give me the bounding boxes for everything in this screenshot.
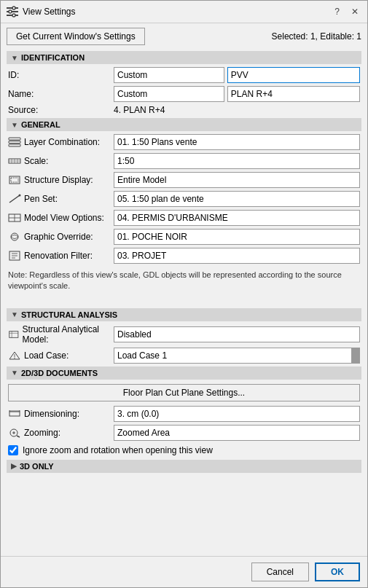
pen-set-icon — [8, 194, 21, 204]
zooming-label: Zooming: — [8, 428, 114, 438]
id-row: ID: Custom — [7, 67, 361, 83]
name-label-text: Name: — [8, 89, 34, 99]
section-documents-header: ▼ 2D/3D DOCUMENTS — [7, 366, 361, 380]
structural-collapse-arrow[interactable]: ▼ — [11, 310, 18, 318]
model-view-options-icon — [8, 213, 21, 223]
scale-label-text: Scale: — [24, 156, 48, 166]
documents-title: 2D/3D DOCUMENTS — [21, 369, 98, 377]
load-case-icon — [8, 350, 21, 361]
floor-plan-cut-plane-button[interactable]: Floor Plan Cut Plane Settings... — [8, 384, 360, 401]
renovation-filter-row: Renovation Filter: 03. PROJET — [7, 248, 361, 264]
svg-rect-15 — [11, 178, 18, 182]
structure-display-label: Structure Display: — [8, 175, 114, 185]
dimensioning-select[interactable]: 3. cm (0.0) — [114, 406, 360, 422]
renovation-filter-icon — [8, 251, 21, 261]
identification-collapse-arrow[interactable]: ▼ — [11, 54, 18, 62]
general-title: GENERAL — [21, 120, 60, 129]
floor-plan-row: Floor Plan Cut Plane Settings... — [7, 383, 361, 406]
general-collapse-arrow[interactable]: ▼ — [11, 121, 18, 129]
svg-line-16 — [9, 195, 20, 203]
layer-combination-icon — [8, 137, 21, 147]
renovation-filter-label: Renovation Filter: — [8, 251, 114, 261]
id-label: ID: — [8, 70, 114, 80]
layer-combination-select[interactable]: 01. 1:50 Plans vente — [114, 134, 360, 150]
section-3d-only-header: ▶ 3D ONLY — [7, 460, 361, 473]
renovation-filter-select[interactable]: 03. PROJET — [114, 248, 360, 264]
section-structural-header: ▼ STRUCTURAL ANALYSIS — [7, 308, 361, 321]
top-bar: Get Current Window's Settings Selected: … — [7, 28, 361, 45]
scale-control: 1:50 — [114, 153, 360, 169]
help-button[interactable]: ? — [332, 5, 342, 18]
dimensioning-label: Dimensioning: — [8, 409, 114, 419]
selected-info: Selected: 1, Editable: 1 — [272, 31, 361, 42]
section-identification-header: ▼ IDENTIFICATION — [7, 51, 361, 64]
zooming-select[interactable]: Zoomed Area — [114, 425, 360, 441]
section-general-header: ▼ GENERAL — [7, 118, 361, 131]
model-view-options-label: Model View Options: — [8, 213, 114, 223]
graphic-override-label: Graphic Override: — [8, 232, 114, 242]
structural-title: STRUCTURAL ANALYSIS — [21, 310, 117, 319]
pen-set-select[interactable]: 05. 1:50 plan de vente — [114, 191, 360, 207]
graphic-override-control: 01. POCHE NOIR — [114, 229, 360, 245]
layer-combination-row: Layer Combination: 01. 1:50 Plans vente — [7, 134, 361, 150]
dimensioning-label-text: Dimensioning: — [24, 409, 79, 419]
graphic-override-select[interactable]: 01. POCHE NOIR — [114, 229, 360, 245]
structure-display-select[interactable]: Entire Model — [114, 172, 360, 188]
zooming-control: Zoomed Area — [114, 425, 360, 441]
graphic-override-icon — [8, 232, 21, 242]
structural-analytical-model-control: Disabled — [114, 326, 360, 342]
model-view-options-control: 04. PERMIS D'URBANISME — [114, 210, 360, 226]
main-content: Get Current Window's Settings Selected: … — [1, 23, 367, 556]
structural-analytical-model-select[interactable]: Disabled — [114, 326, 360, 342]
name-input-wrapper — [227, 86, 360, 102]
svg-point-5 — [12, 14, 15, 17]
titlebar: View Settings ? ✕ — [1, 1, 367, 23]
renovation-filter-label-text: Renovation Filter: — [24, 251, 93, 261]
svg-point-21 — [11, 233, 18, 240]
3d-only-collapse-arrow[interactable]: ▶ — [11, 462, 17, 470]
svg-rect-6 — [9, 138, 20, 140]
name-row: Name: Custom — [7, 86, 361, 102]
id-controls: Custom — [114, 67, 360, 83]
name-controls: Custom — [114, 86, 360, 102]
ignore-zoom-row: Ignore zoom and rotation when opening th… — [7, 444, 361, 457]
dimensioning-row: Dimensioning: 3. cm (0.0) — [7, 406, 361, 422]
load-case-row: Load Case: Load Case 1 — [7, 348, 361, 364]
name-input[interactable] — [227, 86, 360, 102]
renovation-filter-control: 03. PROJET — [114, 248, 360, 264]
ok-button[interactable]: OK — [315, 562, 360, 581]
load-case-select[interactable]: Load Case 1 — [114, 348, 360, 364]
id-input[interactable] — [227, 67, 360, 83]
structural-analytical-model-label-text: Structural Analytical Model: — [23, 324, 114, 345]
svg-rect-7 — [9, 141, 20, 144]
svg-rect-8 — [9, 144, 20, 146]
name-dropdown[interactable]: Custom — [114, 86, 224, 102]
get-current-button[interactable]: Get Current Window's Settings — [7, 28, 145, 45]
window-title: View Settings — [23, 7, 76, 17]
general-note: Note: Regardless of this view's scale, G… — [7, 267, 361, 295]
ignore-zoom-checkbox[interactable] — [8, 445, 18, 455]
layer-combination-label-text: Layer Combination: — [24, 137, 100, 147]
svg-point-17 — [19, 195, 21, 197]
cancel-button[interactable]: Cancel — [251, 562, 309, 581]
layer-combination-label: Layer Combination: — [8, 137, 114, 147]
source-row: Source: 4. PLAN R+4 — [7, 105, 361, 115]
model-view-options-row: Model View Options: 04. PERMIS D'URBANIS… — [7, 210, 361, 226]
settings-icon — [7, 6, 18, 17]
structure-display-icon — [8, 175, 21, 185]
close-button[interactable]: ✕ — [348, 5, 361, 18]
graphic-override-label-text: Graphic Override: — [24, 232, 93, 242]
scale-row: Scale: 1:50 — [7, 153, 361, 169]
documents-collapse-arrow[interactable]: ▼ — [11, 369, 18, 377]
source-value: 4. PLAN R+4 — [114, 105, 165, 115]
scale-select[interactable]: 1:50 — [114, 153, 360, 169]
layer-combination-control: 01. 1:50 Plans vente — [114, 134, 360, 150]
model-view-options-label-text: Model View Options: — [24, 213, 104, 223]
model-view-options-select[interactable]: 04. PERMIS D'URBANISME — [114, 210, 360, 226]
id-dropdown-wrapper: Custom — [114, 67, 224, 83]
structure-display-row: Structure Display: Entire Model — [7, 172, 361, 188]
footer: Cancel OK — [1, 556, 367, 587]
name-label: Name: — [8, 89, 114, 99]
svg-point-3 — [12, 7, 15, 9]
id-dropdown[interactable]: Custom — [114, 67, 224, 83]
